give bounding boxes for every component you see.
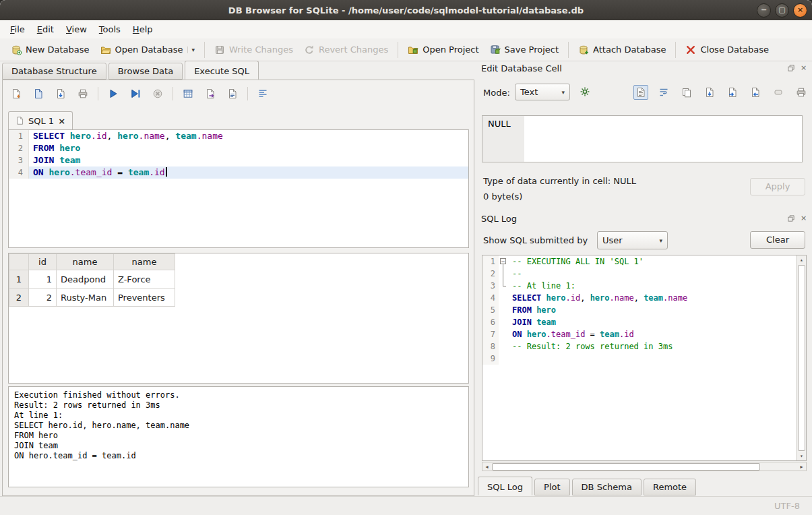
save-as-icon[interactable] (702, 85, 717, 100)
dock-tab-sql-log[interactable]: SQL Log (478, 477, 532, 495)
tab-execute-sql[interactable]: Execute SQL (185, 61, 259, 80)
vertical-scrollbar[interactable]: ▴ ▾ (797, 255, 806, 460)
code-text: -- EXECUTING ALL IN 'SQL 1' (508, 255, 797, 268)
dock-tab-remote[interactable]: Remote (644, 479, 696, 495)
column-header-name[interactable]: name (57, 254, 114, 270)
close-database-button[interactable]: Close Database (680, 42, 774, 58)
execute-all-icon[interactable] (106, 86, 121, 101)
menubar: FileEditViewToolsHelp (0, 20, 812, 39)
table-cell[interactable]: Deadpond (57, 270, 114, 289)
horizontal-scrollbar[interactable]: ◂ ▸ (482, 462, 807, 471)
titlebar[interactable]: DB Browser for SQLite - /home/user/code/… (0, 0, 812, 21)
mode-combobox[interactable]: Text ▾ (515, 84, 570, 100)
tab-browse-data[interactable]: Browse Data (108, 63, 183, 80)
scroll-right-icon[interactable]: ▸ (797, 464, 806, 470)
new-sql-tab-icon[interactable] (9, 86, 24, 101)
code-text: JOIN team (508, 316, 797, 328)
minimize-button[interactable]: − (757, 3, 771, 18)
import-icon[interactable] (725, 85, 740, 100)
attach-database-button[interactable]: Attach Database (573, 42, 671, 58)
print-icon[interactable] (794, 85, 809, 100)
export-results-icon[interactable] (203, 86, 218, 101)
menu-view[interactable]: View (60, 22, 93, 37)
line-number: 7 (482, 328, 499, 340)
code-line[interactable]: 9 (482, 353, 797, 365)
scroll-up-icon[interactable]: ▴ (797, 255, 806, 264)
table-cell[interactable]: 2 (29, 289, 57, 307)
sql-tab[interactable]: SQL 1 × (8, 111, 73, 129)
open-database-button[interactable]: Open Database▾ (95, 42, 200, 58)
execute-current-line-icon[interactable] (128, 86, 143, 101)
menu-file[interactable]: File (4, 22, 31, 37)
maximize-button[interactable]: ▢ (775, 3, 789, 18)
text-cursor (166, 167, 167, 177)
code-text: -- (508, 268, 797, 280)
code-line[interactable]: 7ON hero.team_id = team.id (482, 328, 797, 340)
scrollbar-thumb[interactable] (492, 463, 760, 471)
close-panel-icon[interactable]: × (799, 214, 808, 222)
set-null-icon[interactable] (771, 85, 786, 100)
open-sql-file-icon[interactable] (31, 86, 46, 101)
table-cell[interactable]: 1 (29, 270, 57, 289)
close-tab-icon[interactable]: × (58, 116, 65, 126)
main-toolbar: New DatabaseOpen Database▾Write ChangesR… (0, 38, 812, 61)
results-grid-view-icon[interactable] (181, 86, 195, 101)
word-wrap-icon[interactable] (656, 85, 671, 100)
column-header-id[interactable]: id (29, 254, 57, 270)
dock-tab-plot[interactable]: Plot (534, 479, 570, 495)
menu-help[interactable]: Help (127, 22, 159, 37)
scroll-down-icon[interactable]: ▾ (797, 452, 806, 460)
export-icon[interactable] (748, 85, 763, 100)
open-project-button[interactable]: Open Project (402, 42, 484, 58)
log-filter-label: Show SQL submitted by (483, 235, 588, 245)
cell-editor[interactable]: NULL (482, 115, 803, 162)
menu-edit[interactable]: Edit (31, 22, 60, 37)
table-cell[interactable]: Preventers (114, 289, 175, 307)
tab-database-structure[interactable]: Database Structure (2, 63, 106, 80)
float-panel-icon[interactable] (786, 63, 795, 72)
column-header-name[interactable]: name (114, 254, 175, 270)
code-line[interactable]: 4SELECT hero.id, hero.name, team.name (482, 292, 797, 304)
open-project-label: Open Project (423, 44, 478, 55)
scrollbar-thumb[interactable] (798, 265, 805, 451)
log-filter-combobox[interactable]: User ▾ (597, 231, 668, 249)
code-line[interactable]: 3JOIN team (9, 154, 468, 166)
new-database-button[interactable]: New Database (5, 42, 95, 58)
text-mode-icon[interactable] (633, 85, 648, 100)
table-cell[interactable]: Rusty-Man (57, 289, 114, 307)
float-panel-icon[interactable] (786, 214, 795, 222)
log-filter-value: User (602, 235, 623, 245)
dock-tab-db-schema[interactable]: DB Schema (572, 479, 642, 495)
sql-editor[interactable]: 1SELECT hero.id, hero.name, team.name2FR… (8, 129, 469, 248)
close-button[interactable]: × (793, 3, 807, 18)
menu-tools[interactable]: Tools (93, 22, 127, 37)
code-line[interactable]: 5FROM hero (482, 304, 797, 316)
toolbar-separator (398, 42, 398, 58)
format-sql-icon[interactable] (255, 86, 270, 101)
code-line[interactable]: 2FROM hero (9, 142, 468, 154)
close-panel-icon[interactable]: × (799, 63, 808, 72)
table-cell[interactable]: Z-Force (114, 270, 175, 289)
code-line[interactable]: 1−-- EXECUTING ALL IN 'SQL 1' (482, 255, 797, 268)
open-database-label: Open Database (115, 44, 183, 55)
save-results-view-icon[interactable] (225, 86, 240, 101)
clear-log-button[interactable]: Clear (750, 231, 805, 249)
dropdown-arrow-icon[interactable]: ▾ (187, 47, 195, 53)
copy-icon[interactable] (679, 85, 694, 100)
scroll-left-icon[interactable]: ◂ (482, 464, 491, 470)
code-line[interactable]: 6JOIN team (482, 316, 797, 328)
code-line[interactable]: 4ON hero.team_id = team.id (9, 166, 468, 179)
save-sql-file-icon[interactable] (53, 86, 68, 101)
code-line[interactable]: 2-- (482, 268, 797, 280)
new-database-icon (11, 44, 22, 55)
auto-switch-mode-icon[interactable] (577, 84, 592, 99)
save-project-button[interactable]: Save Project (485, 42, 565, 58)
chevron-down-icon: ▾ (659, 237, 662, 244)
fold-toggle-icon[interactable]: − (499, 255, 508, 268)
code-line[interactable]: 1SELECT hero.id, hero.name, team.name (9, 130, 468, 142)
line-number: 1 (9, 130, 29, 142)
code-line[interactable]: 3-- At line 1: (482, 280, 797, 292)
line-number: 4 (482, 292, 499, 304)
code-line[interactable]: 8-- Result: 2 rows returned in 3ms (482, 340, 797, 353)
print-sql-icon[interactable] (75, 86, 90, 101)
